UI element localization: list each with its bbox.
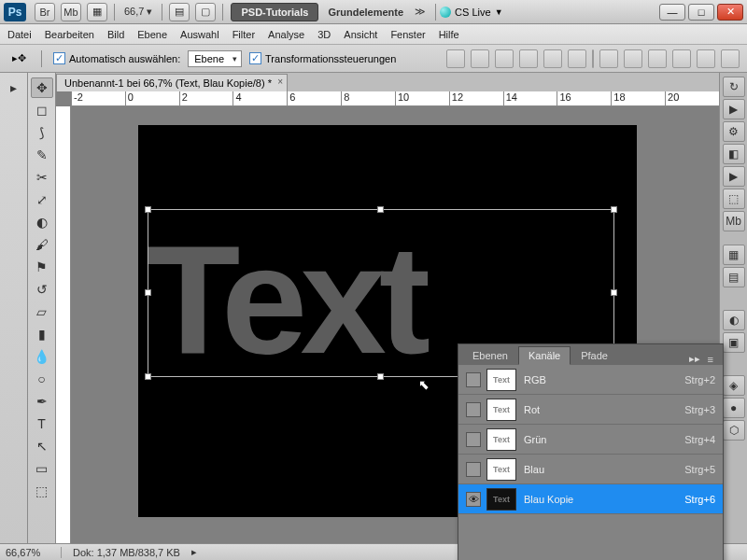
expand-dock-icon[interactable]: ▸ — [3, 77, 25, 98]
path-select-tool[interactable]: ↖ — [31, 436, 53, 456]
eraser-tool[interactable]: ▱ — [31, 301, 53, 322]
more-icon[interactable]: ≫ — [409, 6, 431, 18]
shape-tool[interactable]: ▭ — [31, 458, 53, 479]
auto-select-dropdown[interactable]: Ebene — [188, 50, 242, 67]
paths-panel-icon[interactable]: ⬡ — [723, 420, 745, 441]
distribute-icon[interactable] — [672, 49, 691, 68]
transform-handle[interactable] — [377, 373, 384, 380]
channels-panel[interactable]: Ebenen Kanäle Pfade ▸▸ ≡ TextRGBStrg+2Te… — [458, 343, 724, 560]
align-icon[interactable] — [519, 49, 538, 68]
transform-handle[interactable] — [145, 206, 151, 213]
zoom-display[interactable]: 66,7 ▾ — [119, 6, 158, 18]
bridge-icon[interactable]: Br — [35, 3, 55, 21]
channel-row[interactable]: TextRGBStrg+2 — [458, 365, 723, 395]
workspace-switcher[interactable]: PSD-Tutorials — [231, 3, 318, 21]
transform-handle[interactable] — [377, 206, 384, 213]
distribute-icon[interactable] — [624, 49, 642, 68]
brush-tool[interactable]: 🖌 — [31, 234, 53, 255]
color-panel-icon[interactable]: ▤ — [723, 267, 745, 287]
distribute-icon[interactable] — [697, 49, 715, 68]
adjustments-panel-icon[interactable]: ◐ — [723, 310, 745, 330]
align-icon[interactable] — [543, 49, 562, 68]
menu-hilfe[interactable]: Hilfe — [439, 29, 459, 40]
styles-panel-icon[interactable]: ⬚ — [723, 189, 745, 209]
close-tab-icon[interactable]: × — [277, 77, 283, 87]
layers-panel-icon[interactable]: ◈ — [723, 375, 745, 396]
blur-tool[interactable]: 💧 — [31, 346, 53, 367]
menu-datei[interactable]: Datei — [7, 29, 32, 40]
type-tool[interactable]: T — [31, 413, 53, 434]
dodge-tool[interactable]: ○ — [31, 369, 53, 389]
channel-row[interactable]: TextBlauStrg+5 — [458, 455, 723, 484]
menu-ebene[interactable]: Ebene — [137, 29, 167, 40]
channels-panel-icon[interactable]: ● — [723, 398, 745, 418]
visibility-toggle[interactable] — [466, 402, 481, 417]
brush-panel-icon[interactable]: ◧ — [723, 144, 745, 164]
menu-auswahl[interactable]: Auswahl — [180, 29, 219, 40]
screen-mode-icon[interactable]: ▦ — [87, 3, 107, 21]
menu-filter[interactable]: Filter — [233, 29, 255, 40]
visibility-toggle[interactable]: 👁 — [466, 492, 481, 507]
marquee-tool[interactable]: ◻ — [31, 100, 53, 120]
menu-fenster[interactable]: Fenster — [390, 29, 425, 40]
transform-controls-checkbox[interactable]: ✓ Transformationssteuerungen — [249, 52, 396, 64]
gradient-tool[interactable]: ▮ — [31, 324, 53, 344]
zoom-status[interactable]: 66,67% — [6, 547, 62, 558]
distribute-icon[interactable] — [648, 49, 667, 68]
document-tab[interactable]: Unbenannt-1 bei 66,7% (Text, Blau Kopie/… — [56, 74, 288, 91]
tab-ebenen[interactable]: Ebenen — [462, 346, 518, 365]
align-icon[interactable] — [568, 49, 586, 68]
workspace-alt[interactable]: Grundelemente — [322, 7, 409, 18]
clone-panel-icon[interactable]: ▶ — [723, 166, 745, 187]
menu-3d[interactable]: 3D — [317, 29, 331, 40]
channel-row[interactable]: TextGrünStrg+4 — [458, 425, 723, 455]
vertical-ruler[interactable] — [56, 106, 71, 543]
visibility-toggle[interactable] — [466, 372, 481, 387]
close-button[interactable]: ✕ — [717, 4, 743, 21]
eyedropper-tool[interactable]: ⤢ — [31, 189, 53, 210]
tool-presets-icon[interactable]: ⚙ — [723, 121, 745, 142]
channel-row[interactable]: TextRotStrg+3 — [458, 395, 723, 425]
masks-panel-icon[interactable]: ▣ — [723, 332, 745, 353]
distribute-icon[interactable] — [721, 49, 740, 68]
info-menu-icon[interactable]: ▸ — [191, 546, 197, 558]
stamp-tool[interactable]: ⚑ — [31, 257, 53, 277]
tab-pfade[interactable]: Pfade — [571, 346, 618, 365]
visibility-toggle[interactable] — [466, 432, 481, 447]
history-panel-icon[interactable]: ↻ — [723, 77, 745, 97]
crop-tool[interactable]: ✂ — [31, 167, 53, 188]
quick-select-tool[interactable]: ✎ — [31, 145, 53, 165]
healing-tool[interactable]: ◐ — [31, 212, 53, 232]
arrange-docs-icon[interactable]: ▤ — [169, 3, 190, 21]
3d-tool[interactable]: ⬚ — [31, 481, 53, 501]
menu-bild[interactable]: Bild — [107, 29, 124, 40]
menu-analyse[interactable]: Analyse — [268, 29, 304, 40]
distribute-icon[interactable] — [599, 49, 618, 68]
align-icon[interactable] — [471, 49, 489, 68]
lasso-tool[interactable]: ⟆ — [31, 122, 53, 143]
history-brush-tool[interactable]: ↺ — [31, 279, 53, 300]
transform-handle[interactable] — [145, 289, 151, 296]
pen-tool[interactable]: ✒ — [31, 391, 53, 412]
channel-row[interactable]: 👁TextBlau KopieStrg+6 — [458, 484, 723, 514]
transform-handle[interactable] — [145, 373, 151, 380]
move-tool-icon[interactable]: ▸✥ — [7, 49, 30, 68]
maximize-button[interactable]: □ — [688, 4, 714, 21]
align-icon[interactable] — [446, 49, 465, 68]
align-icon[interactable] — [495, 49, 514, 68]
actions-panel-icon[interactable]: ▶ — [723, 99, 745, 119]
transform-handle[interactable] — [611, 289, 617, 296]
minibridge-panel-icon[interactable]: Mb — [723, 211, 745, 231]
minimize-button[interactable]: — — [659, 4, 685, 21]
screen-icon[interactable]: ▢ — [195, 3, 216, 21]
swatches-panel-icon[interactable]: ▦ — [723, 245, 745, 265]
panel-menu-icon[interactable]: ≡ — [708, 354, 713, 365]
auto-select-checkbox[interactable]: ✓ Automatisch auswählen: — [53, 52, 180, 64]
transform-handle[interactable] — [611, 206, 617, 213]
visibility-toggle[interactable] — [466, 462, 481, 477]
minibridge-icon[interactable]: Mb — [61, 3, 81, 21]
document-info[interactable]: Dok: 1,37 MB/838,7 KB — [73, 547, 180, 558]
collapse-icon[interactable]: ▸▸ — [689, 353, 700, 365]
horizontal-ruler[interactable]: -202 468 101214 161820 — [71, 91, 719, 106]
cslive-button[interactable]: CS Live ▼ — [440, 7, 502, 18]
